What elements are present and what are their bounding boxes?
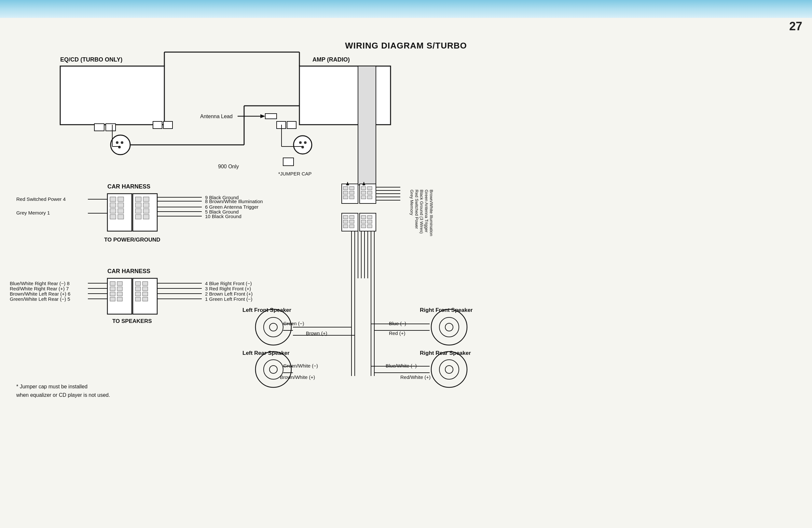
svg-marker-26 xyxy=(260,114,265,118)
svg-rect-107 xyxy=(117,287,122,291)
svg-rect-109 xyxy=(117,292,122,296)
svg-rect-2 xyxy=(358,66,376,185)
amp-label: AMP (RADIO) xyxy=(313,56,350,63)
car-harness-power-label: CAR HARNESS xyxy=(107,183,150,190)
svg-point-5 xyxy=(111,135,130,155)
svg-rect-85 xyxy=(367,225,372,228)
svg-rect-0 xyxy=(60,66,164,125)
left-rear-speaker-label: Left Rear Speaker xyxy=(243,350,290,356)
svg-rect-30 xyxy=(118,197,124,201)
spk-left-2: Red/White Right Rear (+) 7 xyxy=(10,286,69,291)
svg-rect-62 xyxy=(349,191,354,194)
power-left-2: Grey Memory 1 xyxy=(16,210,50,215)
svg-rect-84 xyxy=(361,225,366,228)
svg-rect-32 xyxy=(118,203,124,208)
svg-rect-43 xyxy=(143,209,149,213)
spk-right-1: 4 Blue Right Front (−) xyxy=(205,281,252,286)
lf-brown-label: Brown (+) xyxy=(306,330,327,336)
spk-right-2: 3 Red Right Front (+) xyxy=(205,286,251,291)
svg-rect-117 xyxy=(135,292,141,296)
svg-point-14 xyxy=(293,136,312,154)
lf-green-label: Green (−) xyxy=(283,320,304,326)
svg-point-149 xyxy=(431,309,467,345)
svg-point-148 xyxy=(270,366,277,373)
svg-point-154 xyxy=(445,366,453,373)
svg-rect-111 xyxy=(117,297,122,301)
svg-rect-105 xyxy=(117,282,122,285)
svg-rect-13 xyxy=(163,122,173,129)
svg-rect-113 xyxy=(135,282,141,285)
svg-rect-78 xyxy=(349,225,354,228)
svg-rect-73 xyxy=(343,215,348,219)
svg-rect-115 xyxy=(135,287,141,291)
svg-rect-74 xyxy=(349,215,354,219)
svg-point-151 xyxy=(445,323,453,331)
amp-right-red: Red Switched Power xyxy=(414,190,419,229)
left-front-speaker-label: Left Front Speaker xyxy=(243,307,291,313)
svg-rect-82 xyxy=(361,220,366,223)
svg-point-146 xyxy=(256,352,291,387)
right-front-speaker-label: Right Front Speaker xyxy=(420,307,473,313)
svg-rect-71 xyxy=(367,196,372,199)
rr-blue-label: Blue/White (−) xyxy=(386,363,417,369)
svg-rect-81 xyxy=(367,215,372,219)
spk-right-4: 1 Green Left Front (−) xyxy=(205,296,252,302)
svg-rect-59 xyxy=(343,187,348,190)
svg-rect-36 xyxy=(118,215,124,219)
svg-rect-60 xyxy=(349,187,354,190)
svg-rect-83 xyxy=(367,220,372,223)
svg-rect-1 xyxy=(300,66,391,125)
rf-red-label: Red (+) xyxy=(389,330,405,336)
svg-rect-104 xyxy=(110,282,115,285)
svg-rect-4 xyxy=(106,124,116,131)
svg-rect-39 xyxy=(143,197,149,201)
power-right-2: 8 Brown/White Illumination xyxy=(205,199,263,204)
page-content: 27 WIRING DIAGRAM S/TURBO xyxy=(0,18,812,528)
svg-rect-40 xyxy=(135,203,141,208)
svg-rect-12 xyxy=(153,122,162,129)
svg-rect-44 xyxy=(135,215,141,219)
svg-rect-76 xyxy=(349,220,354,223)
svg-point-16 xyxy=(304,141,307,144)
to-power-ground-label: TO POWER/GROUND xyxy=(104,237,160,243)
svg-rect-19 xyxy=(287,122,296,129)
right-rear-speaker-label: Right Rear Speaker xyxy=(420,350,471,356)
svg-rect-70 xyxy=(361,196,366,199)
footnote: * Jumper cap must be installed when equa… xyxy=(16,383,110,399)
eq-cd-label: EQ/CD (TURBO ONLY) xyxy=(60,56,122,63)
svg-rect-80 xyxy=(361,215,366,219)
svg-rect-118 xyxy=(143,292,148,296)
svg-rect-29 xyxy=(110,197,116,201)
amp-right-grey: Grey Memory xyxy=(409,190,414,215)
spk-right-3: 2 Brown Left Front (+) xyxy=(205,291,252,297)
svg-rect-38 xyxy=(135,197,141,201)
spk-left-1: Blue/White Right Rear (−) 8 xyxy=(10,281,70,286)
svg-point-144 xyxy=(264,317,283,337)
svg-rect-116 xyxy=(143,287,148,291)
svg-rect-3 xyxy=(95,124,104,131)
amp-right-brown: Brown/White Illumination xyxy=(429,190,434,236)
svg-point-15 xyxy=(299,141,302,144)
svg-point-152 xyxy=(431,352,467,387)
svg-rect-35 xyxy=(110,215,116,219)
power-right-5: 10 Black Ground xyxy=(205,214,242,219)
svg-point-150 xyxy=(439,317,459,337)
svg-rect-66 xyxy=(361,187,366,190)
svg-rect-119 xyxy=(135,297,141,301)
svg-rect-69 xyxy=(367,191,372,194)
svg-point-145 xyxy=(270,323,277,331)
rr-red-label: Red/White (+) xyxy=(400,374,431,380)
svg-rect-33 xyxy=(110,209,116,213)
svg-rect-27 xyxy=(265,114,277,119)
svg-rect-31 xyxy=(110,203,116,208)
svg-rect-75 xyxy=(343,220,348,223)
svg-rect-45 xyxy=(143,215,149,219)
lr-brown-label: Brown/White (+) xyxy=(280,374,315,380)
svg-rect-20 xyxy=(283,158,293,166)
amp-right-black: Black Ground (3 Wires) xyxy=(419,190,424,234)
svg-rect-108 xyxy=(110,292,115,296)
svg-rect-106 xyxy=(110,287,115,291)
svg-rect-61 xyxy=(343,191,348,194)
jumper-cap-label: *JUMPER CAP xyxy=(278,171,312,176)
antenna-lead-label: Antenna Lead xyxy=(200,114,233,119)
